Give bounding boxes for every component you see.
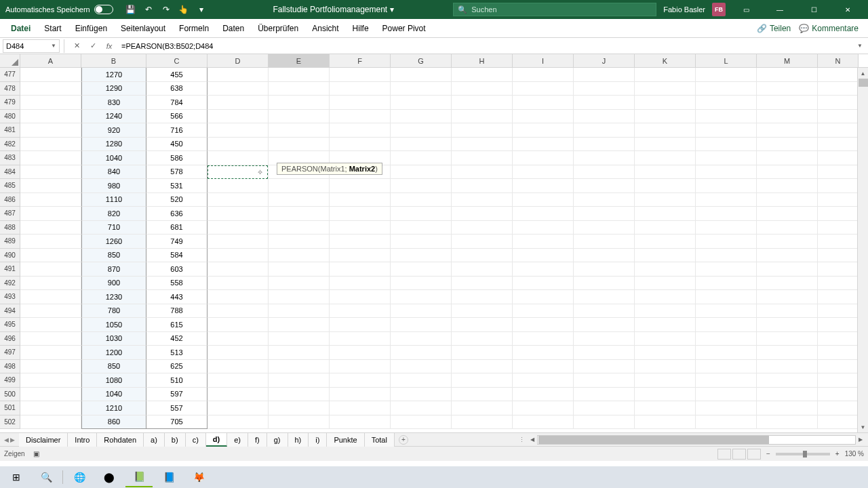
cell[interactable]: 1030 [81,332,146,346]
macro-record-icon[interactable]: ▣ [33,450,39,458]
cell[interactable]: 1040 [81,388,146,402]
cell[interactable]: 920 [81,123,146,138]
cell[interactable] [452,138,513,152]
cell[interactable] [757,346,818,360]
cell[interactable] [20,415,81,430]
cell[interactable] [696,207,757,221]
cell[interactable] [391,151,452,165]
cell[interactable] [513,360,574,374]
cell[interactable] [330,277,391,291]
scroll-thumb[interactable] [859,79,868,87]
cell[interactable] [391,96,452,110]
cell[interactable] [696,318,757,332]
cell[interactable] [696,110,757,124]
cell[interactable] [635,290,696,304]
cell[interactable]: 636 [146,207,208,221]
row-header[interactable]: 482 [0,138,20,152]
cell[interactable] [696,235,757,249]
touch-icon[interactable]: 👆 [178,4,189,15]
cell[interactable] [269,415,330,430]
cell[interactable]: 638 [146,82,208,96]
cell[interactable] [513,262,574,277]
cell[interactable] [269,179,330,193]
cell[interactable] [208,68,269,82]
cell[interactable] [513,151,574,165]
cell[interactable] [757,277,818,291]
cell[interactable] [696,360,757,374]
cell[interactable] [574,373,635,388]
cell[interactable] [635,179,696,193]
cell[interactable]: 1230 [81,290,146,304]
cell[interactable] [757,207,818,221]
cell[interactable] [208,179,269,193]
cell[interactable]: 625 [146,360,208,374]
cell[interactable] [208,332,269,346]
cell[interactable] [757,304,818,319]
cell[interactable] [20,262,81,277]
cell[interactable] [391,123,452,138]
cell[interactable] [208,388,269,402]
row-header[interactable]: 487 [0,207,20,221]
cell[interactable] [330,388,391,402]
cell[interactable] [330,290,391,304]
cell[interactable]: 452 [146,332,208,346]
cell[interactable] [513,249,574,263]
sheet-tab[interactable]: Punkte [327,433,364,447]
cell[interactable] [20,290,81,304]
cell[interactable]: 1210 [81,401,146,415]
cell[interactable] [391,207,452,221]
name-box[interactable]: D484 ▼ [3,39,60,53]
sheet-tab[interactable]: h) [288,433,309,447]
cell[interactable] [20,123,81,138]
cancel-formula-button[interactable]: ✕ [71,41,82,50]
cell[interactable] [452,373,513,388]
taskbar-firefox[interactable]: 🦊 [185,467,212,487]
tab-seitenlayout[interactable]: Seitenlayout [114,19,172,38]
col-header-e[interactable]: E [269,54,330,67]
row-header[interactable]: 492 [0,277,20,291]
cell[interactable] [513,277,574,291]
cell[interactable] [757,82,818,96]
cell[interactable] [513,235,574,249]
cell[interactable] [391,346,452,360]
tab-daten[interactable]: Daten [216,19,251,38]
cell[interactable] [330,82,391,96]
cell[interactable] [269,401,330,415]
cell[interactable] [635,332,696,346]
cell[interactable] [513,207,574,221]
row-header[interactable]: 486 [0,193,20,207]
row-header[interactable]: 501 [0,401,20,415]
view-normal-button[interactable] [717,449,731,460]
cell[interactable] [269,249,330,263]
col-header-l[interactable]: L [696,54,757,67]
cell[interactable] [513,415,574,430]
cell[interactable]: 1040 [81,151,146,165]
cell[interactable] [574,179,635,193]
cell[interactable] [696,415,757,430]
cell[interactable]: 840 [81,165,146,180]
cell[interactable] [513,110,574,124]
cell[interactable] [574,249,635,263]
cell[interactable] [635,151,696,165]
zoom-level[interactable]: 130 % [845,450,864,458]
cell[interactable] [269,290,330,304]
cell[interactable] [391,318,452,332]
cell[interactable]: 900 [81,277,146,291]
cell[interactable] [574,415,635,430]
cell[interactable] [208,262,269,277]
cell[interactable]: 520 [146,193,208,207]
cell[interactable]: 716 [146,123,208,138]
accept-formula-button[interactable]: ✓ [87,41,98,50]
cell[interactable] [269,68,330,82]
cell[interactable] [391,138,452,152]
cell[interactable] [20,68,81,82]
row-header[interactable]: 483 [0,151,20,165]
cell[interactable] [208,249,269,263]
cell[interactable] [269,346,330,360]
cell[interactable] [452,415,513,430]
cell[interactable] [269,262,330,277]
cell[interactable] [696,96,757,110]
cell[interactable] [696,290,757,304]
cell[interactable] [635,110,696,124]
sheet-tab[interactable]: c) [186,433,206,447]
